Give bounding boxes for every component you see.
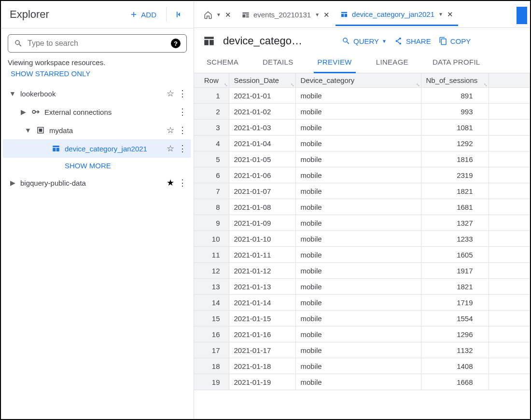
- subtab-data-profile[interactable]: DATA PROFIL: [429, 52, 484, 73]
- table-row[interactable]: 172021-01-17mobile1132: [194, 342, 530, 358]
- row-number-cell: 3: [194, 120, 229, 135]
- table-row[interactable]: 92021-01-09mobile1327: [194, 215, 530, 231]
- device-category-cell: mobile: [295, 104, 421, 120]
- session-date-cell: 2021-01-11: [229, 247, 295, 263]
- row-number-cell: 18: [194, 358, 229, 374]
- session-date-cell: 2021-01-09: [229, 215, 295, 231]
- tree-project-bigquery-public-data[interactable]: ▶ bigquery-public-data ★ ⋮: [3, 174, 191, 192]
- subtab-preview[interactable]: PREVIEW: [314, 52, 356, 73]
- tree-external-connections[interactable]: ▶ External connections ⋮: [3, 103, 191, 121]
- table-partitioned-icon: [242, 11, 250, 19]
- kebab-icon[interactable]: ⋮: [178, 88, 187, 99]
- col-header-nb-sessions[interactable]: Nb_of_sessions⤡: [421, 73, 489, 88]
- row-number-cell: 13: [194, 279, 229, 295]
- filler-cell: [489, 104, 530, 120]
- search-input[interactable]: [28, 39, 166, 48]
- table-row[interactable]: 82021-01-08mobile1681: [194, 199, 530, 215]
- close-icon[interactable]: ✕: [225, 11, 231, 19]
- table-row[interactable]: 52021-01-05mobile1816: [194, 151, 530, 167]
- dropdown-icon: ▼: [382, 39, 387, 44]
- device-category-cell: mobile: [295, 120, 421, 135]
- session-date-cell: 2021-01-02: [229, 104, 295, 120]
- share-label: SHARE: [406, 37, 431, 45]
- session-date-cell: 2021-01-17: [229, 342, 295, 358]
- nb-sessions-cell: 1408: [421, 358, 489, 374]
- session-date-cell: 2021-01-16: [229, 326, 295, 342]
- table-row[interactable]: 162021-01-16mobile1296: [194, 326, 530, 342]
- plus-icon: [129, 10, 138, 19]
- copy-button[interactable]: COPY: [439, 37, 471, 45]
- col-header-session-date[interactable]: Session_Date⤡: [229, 73, 295, 88]
- star-filled-icon[interactable]: ★: [167, 177, 174, 188]
- overflow-button[interactable]: [517, 7, 527, 24]
- tree-dataset-mydata[interactable]: ▼ mydata ☆ ⋮: [3, 121, 191, 139]
- kebab-icon[interactable]: ⋮: [178, 143, 187, 154]
- filler-cell: [489, 247, 530, 263]
- table-row[interactable]: 42021-01-04mobile1292: [194, 135, 530, 151]
- col-header-filler: [489, 73, 530, 88]
- nb-sessions-cell: 1132: [421, 342, 489, 358]
- subtab-details[interactable]: DETAILS: [259, 52, 297, 73]
- table-row[interactable]: 32021-01-03mobile1081: [194, 120, 530, 135]
- home-tab[interactable]: ▼ ✕: [199, 6, 236, 25]
- star-icon[interactable]: ☆: [167, 88, 174, 99]
- tree-table-device-category[interactable]: device_category_jan2021 ☆ ⋮: [3, 139, 191, 158]
- table-row[interactable]: 152021-01-15mobile1554: [194, 311, 530, 326]
- nb-sessions-cell: 1554: [421, 311, 489, 326]
- table-row[interactable]: 72021-01-07mobile1821: [194, 183, 530, 199]
- table-row[interactable]: 122021-01-12mobile1917: [194, 263, 530, 279]
- star-icon[interactable]: ☆: [167, 125, 174, 135]
- search-box[interactable]: ?: [8, 34, 187, 53]
- show-starred-only-link[interactable]: SHOW STARRED ONLY: [1, 68, 194, 82]
- device-category-cell: mobile: [295, 311, 421, 326]
- show-more-link[interactable]: SHOW MORE: [3, 158, 191, 174]
- filler-cell: [489, 342, 530, 358]
- session-date-cell: 2021-01-04: [229, 135, 295, 151]
- subtab-lineage[interactable]: LINEAGE: [372, 52, 412, 73]
- close-icon[interactable]: ✕: [447, 10, 453, 19]
- table-row[interactable]: 132021-01-13mobile1821: [194, 279, 530, 295]
- table-row[interactable]: 22021-01-02mobile993: [194, 104, 530, 120]
- col-header-device-category[interactable]: Device_category⤡: [295, 73, 421, 88]
- filler-cell: [489, 167, 530, 183]
- session-date-cell: 2021-01-10: [229, 231, 295, 247]
- table-row[interactable]: 192021-01-19mobile1668: [194, 374, 530, 390]
- table-row[interactable]: 12021-01-01mobile891: [194, 88, 530, 104]
- kebab-icon[interactable]: ⋮: [178, 125, 187, 135]
- tab-label: events_20210131: [253, 11, 311, 19]
- help-icon[interactable]: ?: [171, 39, 181, 48]
- kebab-icon[interactable]: ⋮: [178, 177, 187, 188]
- events-tab[interactable]: events_20210131 ▼ ✕: [237, 6, 335, 25]
- row-number-cell: 4: [194, 135, 229, 151]
- device-category-tab[interactable]: device_category_jan2021 ▼ ✕: [335, 5, 458, 26]
- col-header-row[interactable]: Row⤡: [194, 73, 229, 88]
- svg-rect-2: [39, 129, 42, 131]
- star-icon[interactable]: ☆: [167, 143, 174, 154]
- session-date-cell: 2021-01-08: [229, 199, 295, 215]
- tree-project-lookerbook[interactable]: ▼ lookerbook ☆ ⋮: [3, 84, 191, 103]
- device-category-cell: mobile: [295, 215, 421, 231]
- table-row[interactable]: 112021-01-11mobile1605: [194, 247, 530, 263]
- collapse-sidebar-button[interactable]: [171, 7, 187, 22]
- subtab-schema[interactable]: SCHEMA: [203, 52, 242, 73]
- session-date-cell: 2021-01-18: [229, 358, 295, 374]
- query-button[interactable]: QUERY ▼: [342, 37, 387, 45]
- explorer-title: Explorer: [10, 8, 49, 21]
- query-label: QUERY: [353, 37, 379, 45]
- resource-tree: ▼ lookerbook ☆ ⋮ ▶ External connections …: [1, 82, 194, 194]
- table-row[interactable]: 142021-01-14mobile1719: [194, 295, 530, 311]
- dropdown-icon: ▼: [438, 12, 443, 17]
- table-row[interactable]: 102021-01-10mobile1233: [194, 231, 530, 247]
- share-button[interactable]: SHARE: [394, 37, 431, 45]
- table-row[interactable]: 62021-01-06mobile2319: [194, 167, 530, 183]
- table-row[interactable]: 182021-01-18mobile1408: [194, 358, 530, 374]
- add-button[interactable]: ADD: [125, 7, 161, 22]
- nb-sessions-cell: 1821: [421, 183, 489, 199]
- chevron-right-icon: ▶: [19, 108, 27, 116]
- nb-sessions-cell: 1327: [421, 215, 489, 231]
- kebab-icon[interactable]: ⋮: [178, 107, 187, 117]
- close-icon[interactable]: ✕: [323, 11, 330, 19]
- svg-point-5: [399, 42, 401, 44]
- row-number-cell: 12: [194, 263, 229, 279]
- row-number-cell: 2: [194, 104, 229, 120]
